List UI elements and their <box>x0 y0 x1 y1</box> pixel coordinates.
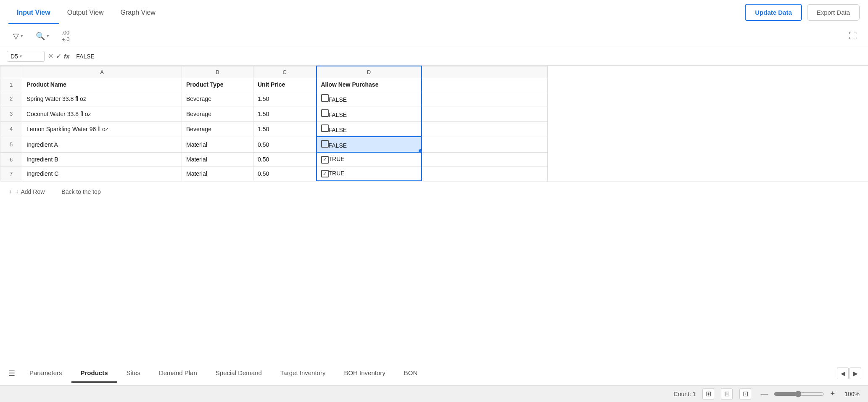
cell-b7[interactable]: Material <box>182 167 253 181</box>
cell-extra-7 <box>422 167 548 181</box>
row-num-2: 2 <box>0 91 22 106</box>
bottom-tab-bon[interactable]: BON <box>395 364 427 383</box>
corner-cell <box>0 66 22 78</box>
zoom-controls: — + 100% <box>758 389 860 399</box>
zoom-in-button[interactable]: + <box>828 389 837 399</box>
cell-b4[interactable]: Beverage <box>182 122 253 137</box>
export-data-button[interactable]: Export Data <box>807 4 860 21</box>
row-num-6: 6 <box>0 152 22 167</box>
col-header-b[interactable]: B <box>182 66 253 78</box>
add-row-label: + Add Row <box>16 188 45 195</box>
main-content: A B C D 1 Product Name Product Type Unit… <box>0 66 868 361</box>
cell-extra-3 <box>422 106 548 122</box>
checkbox-false-icon <box>321 94 329 102</box>
search-icon: 🔍 <box>36 32 45 41</box>
cell-a5[interactable]: Ingredient A <box>22 137 182 152</box>
cell-d6[interactable]: TRUE <box>317 152 422 167</box>
cell-extra-4 <box>422 122 548 137</box>
cell-a7[interactable]: Ingredient C <box>22 167 182 181</box>
col-header-c[interactable]: C <box>253 66 317 78</box>
zoom-slider[interactable] <box>774 391 824 397</box>
filter-button[interactable]: ▽ ▾ <box>8 29 28 44</box>
header-allow-new-purchase[interactable]: Allow New Purchase <box>317 78 422 91</box>
filter-icon: ▽ <box>13 32 19 41</box>
cell-c7[interactable]: 0.50 <box>253 167 317 181</box>
col-header-d[interactable]: D <box>317 66 422 78</box>
checkbox-false-icon <box>321 109 329 117</box>
cell-c4[interactable]: 1.50 <box>253 122 317 137</box>
table-row: 5 Ingredient A Material 0.50 FALSE <box>0 137 548 152</box>
cell-d4[interactable]: FALSE <box>317 122 422 137</box>
bottom-tab-bar: ☰ Parameters Products Sites Demand Plan … <box>0 361 868 385</box>
formula-fx-icon[interactable]: fx <box>64 53 69 60</box>
grid-view-icon[interactable]: ⊞ <box>702 388 714 400</box>
table-row: 6 Ingredient B Material 0.50 TRUE <box>0 152 548 167</box>
col-header-a[interactable]: A <box>22 66 182 78</box>
cell-d5[interactable]: FALSE <box>317 137 422 152</box>
bottom-menu-icon[interactable]: ☰ <box>3 365 20 381</box>
search-chevron-icon: ▾ <box>47 33 49 39</box>
cell-a4[interactable]: Lemon Sparkling Water 96 fl oz <box>22 122 182 137</box>
page-view-icon[interactable]: ⊡ <box>739 388 751 400</box>
cell-d7[interactable]: TRUE <box>317 167 422 181</box>
nav-arrow-right[interactable]: ▶ <box>850 368 861 379</box>
header-product-type[interactable]: Product Type <box>182 78 253 91</box>
formula-actions: ✕ ✓ fx <box>48 52 69 60</box>
table-row: 7 Ingredient C Material 0.50 TRUE <box>0 167 548 181</box>
header-product-name[interactable]: Product Name <box>22 78 182 91</box>
header-unit-price[interactable]: Unit Price <box>253 78 317 91</box>
tab-input-view[interactable]: Input View <box>8 1 59 24</box>
decimal-button[interactable]: .00 +.0 <box>57 26 74 45</box>
zoom-out-button[interactable]: — <box>758 389 770 399</box>
tab-graph-view[interactable]: Graph View <box>112 1 164 24</box>
checkbox-true-icon <box>321 170 329 177</box>
update-data-button[interactable]: Update Data <box>745 4 802 21</box>
table-row: 1 Product Name Product Type Unit Price A… <box>0 78 548 91</box>
bottom-tab-demand-plan[interactable]: Demand Plan <box>150 364 206 383</box>
bottom-tab-boh-inventory[interactable]: BOH Inventory <box>335 364 394 383</box>
formula-confirm-icon[interactable]: ✓ <box>56 52 61 60</box>
spreadsheet: A B C D 1 Product Name Product Type Unit… <box>0 66 868 181</box>
add-row-button[interactable]: + + Add Row <box>8 188 45 195</box>
col-header-extra <box>422 66 548 78</box>
cell-extra-2 <box>422 91 548 106</box>
tab-output-view[interactable]: Output View <box>59 1 112 24</box>
cell-a6[interactable]: Ingredient B <box>22 152 182 167</box>
bottom-tab-products[interactable]: Products <box>71 364 117 383</box>
cell-c6[interactable]: 0.50 <box>253 152 317 167</box>
column-view-icon[interactable]: ⊟ <box>721 388 733 400</box>
row-num-7: 7 <box>0 167 22 181</box>
nav-arrow-left[interactable]: ◀ <box>837 368 849 379</box>
formula-cancel-icon[interactable]: ✕ <box>48 52 53 60</box>
cell-ref-chevron-icon: ▾ <box>20 54 22 58</box>
zoom-percentage: 100% <box>841 391 860 397</box>
cell-d2[interactable]: FALSE <box>317 91 422 106</box>
back-to-top-button[interactable]: Back to the top <box>61 188 100 195</box>
tab-bar: Input View Output View Graph View Update… <box>0 0 868 25</box>
bottom-tab-target-inventory[interactable]: Target Inventory <box>271 364 335 383</box>
cell-b6[interactable]: Material <box>182 152 253 167</box>
bottom-tab-parameters[interactable]: Parameters <box>20 364 71 383</box>
fullscreen-button[interactable]: ⛶ <box>846 29 860 43</box>
cell-c2[interactable]: 1.50 <box>253 91 317 106</box>
cell-c3[interactable]: 1.50 <box>253 106 317 122</box>
cell-d3[interactable]: FALSE <box>317 106 422 122</box>
bottom-tab-sites[interactable]: Sites <box>117 364 150 383</box>
data-table: A B C D 1 Product Name Product Type Unit… <box>0 66 548 181</box>
table-row: 2 Spring Water 33.8 fl oz Beverage 1.50 … <box>0 91 548 106</box>
cell-c5[interactable]: 0.50 <box>253 137 317 152</box>
header-extra <box>422 78 548 91</box>
search-button[interactable]: 🔍 ▾ <box>31 29 54 44</box>
row-num-1: 1 <box>0 78 22 91</box>
cell-b3[interactable]: Beverage <box>182 106 253 122</box>
cell-reference[interactable]: D5 ▾ <box>7 51 45 62</box>
table-row: 4 Lemon Sparkling Water 96 fl oz Beverag… <box>0 122 548 137</box>
cell-a3[interactable]: Coconut Water 33.8 fl oz <box>22 106 182 122</box>
column-header-row: A B C D <box>0 66 548 78</box>
cell-b5[interactable]: Material <box>182 137 253 152</box>
cell-a2[interactable]: Spring Water 33.8 fl oz <box>22 91 182 106</box>
formula-input[interactable] <box>73 51 861 61</box>
table-row: 3 Coconut Water 33.8 fl oz Beverage 1.50… <box>0 106 548 122</box>
cell-b2[interactable]: Beverage <box>182 91 253 106</box>
bottom-tab-special-demand[interactable]: Special Demand <box>206 364 271 383</box>
